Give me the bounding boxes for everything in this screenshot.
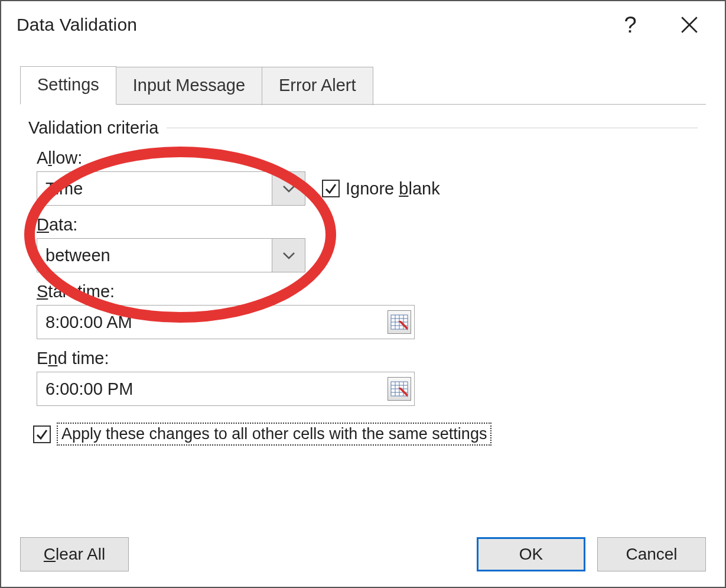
checkmark-icon xyxy=(35,428,48,441)
start-time-field[interactable] xyxy=(37,305,415,339)
dialog-title: Data Validation xyxy=(17,15,607,35)
apply-checkbox[interactable] xyxy=(33,425,51,443)
divider xyxy=(167,128,698,128)
end-time-range-button[interactable] xyxy=(385,372,414,405)
dialog-footer: Clear All OK Cancel xyxy=(1,522,725,587)
end-time-input[interactable] xyxy=(37,372,385,405)
checkmark-icon xyxy=(324,182,337,195)
data-value: between xyxy=(37,239,272,272)
validation-criteria-label: Validation criteria xyxy=(28,118,158,138)
titlebar: Data Validation ? xyxy=(1,1,725,48)
allow-value: Time xyxy=(37,172,272,205)
close-button[interactable] xyxy=(666,7,713,43)
checkbox-box xyxy=(322,180,340,197)
chevron-down-icon xyxy=(282,184,296,193)
clear-all-button[interactable]: Clear All xyxy=(20,537,129,571)
data-validation-dialog: Data Validation ? Settings Input Message… xyxy=(0,0,726,588)
apply-label[interactable]: Apply these changes to all other cells w… xyxy=(57,423,491,446)
range-selector-icon xyxy=(390,313,408,331)
tab-error-alert[interactable]: Error Alert xyxy=(262,67,373,105)
start-time-range-button[interactable] xyxy=(385,306,414,339)
allow-label: Allow: xyxy=(37,148,698,168)
allow-dropdown-button[interactable] xyxy=(272,172,305,205)
data-dropdown-button[interactable] xyxy=(272,239,305,272)
data-combo[interactable]: between xyxy=(37,238,305,272)
end-time-field[interactable] xyxy=(37,372,415,406)
cancel-button[interactable]: Cancel xyxy=(597,537,706,571)
chevron-down-icon xyxy=(282,251,296,260)
ok-button[interactable]: OK xyxy=(477,537,585,571)
end-time-label: End time: xyxy=(37,349,698,368)
close-icon xyxy=(679,15,699,35)
start-time-input[interactable] xyxy=(37,306,385,339)
ignore-blank-checkbox[interactable]: Ignore blank xyxy=(322,179,440,199)
allow-combo[interactable]: Time xyxy=(37,171,305,206)
help-button[interactable]: ? xyxy=(607,7,654,43)
tab-input-message[interactable]: Input Message xyxy=(116,67,262,105)
range-selector-icon xyxy=(390,380,408,398)
data-label: Data: xyxy=(37,215,698,235)
tabstrip: Settings Input Message Error Alert xyxy=(20,66,706,105)
start-time-label: Start time: xyxy=(37,282,698,301)
tab-settings[interactable]: Settings xyxy=(20,66,116,105)
ignore-blank-label: Ignore blank xyxy=(346,179,440,199)
